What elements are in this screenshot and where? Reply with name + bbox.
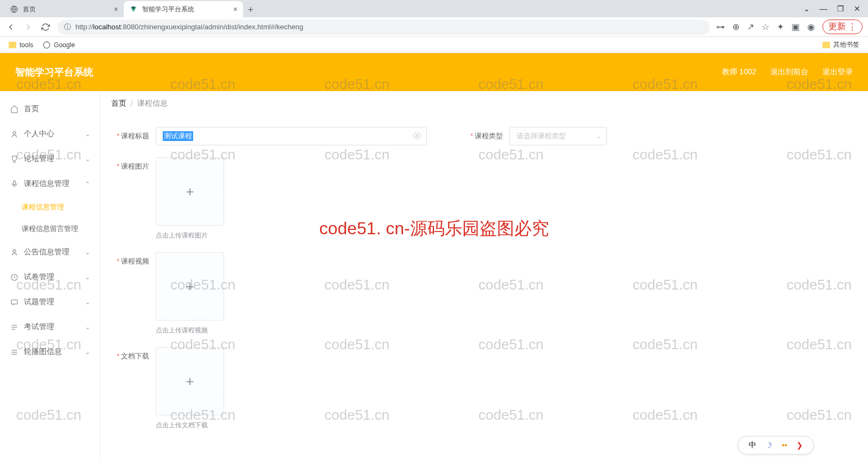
update-button[interactable]: 更新 ⋮: [822, 20, 863, 34]
forward-button[interactable]: [23, 22, 34, 33]
chevron-down-icon: ⌄: [85, 274, 90, 281]
sidebar-item-label: 公告信息管理: [24, 247, 69, 257]
chevron-right-icon[interactable]: ❯: [796, 441, 803, 450]
ime-bar[interactable]: 中 ☽ •• ❯: [738, 436, 814, 454]
moon-icon[interactable]: ☽: [765, 441, 773, 450]
list-icon: [10, 323, 18, 331]
form-label-type: *课程类型: [459, 127, 503, 141]
main-content: 首页 / 课程信息 *课程标题 测试课程 ⓧ *课程类型: [100, 91, 868, 462]
svg-point-1: [44, 42, 50, 48]
sidebar-item-forum[interactable]: 论坛管理 ⌄: [0, 146, 100, 171]
sidebar-item-course-mgmt[interactable]: 课程信息管理 ⌃: [0, 171, 100, 196]
course-video-upload[interactable]: +: [156, 252, 224, 320]
folder-icon: [822, 42, 830, 48]
user-label[interactable]: 教师 1002: [722, 67, 756, 77]
bookmarks-bar: tools Google 其他书签: [0, 37, 868, 53]
breadcrumb-current: 课程信息: [137, 99, 168, 108]
panel-icon[interactable]: ▣: [792, 22, 800, 32]
app-header: 智能学习平台系统 教师 1002 退出到前台 退出登录: [0, 53, 868, 91]
app-title: 智能学习平台系统: [15, 66, 93, 79]
form-label-title: *课程标题: [106, 127, 149, 141]
tab-title: 首页: [23, 5, 36, 14]
new-tab-button[interactable]: +: [243, 2, 258, 17]
svg-point-2: [13, 131, 16, 134]
url-text: http://localhost:8080/zhinengxuexipingta…: [75, 23, 303, 31]
sidebar-item-exam[interactable]: 考试管理 ⌄: [0, 315, 100, 339]
sidebar-item-notice[interactable]: 公告信息管理 ⌄: [0, 240, 100, 265]
close-icon[interactable]: ×: [233, 5, 238, 14]
key-icon[interactable]: ⊶: [716, 22, 725, 32]
form-label-doc: *文档下载: [106, 347, 149, 361]
exit-to-front-button[interactable]: 退出到前台: [770, 67, 808, 77]
bookmark-google[interactable]: Google: [43, 41, 75, 49]
chevron-down-icon[interactable]: ⌄: [803, 4, 810, 13]
sidebar-item-label: 论坛管理: [24, 154, 54, 164]
sidebar-item-course-comment[interactable]: 课程信息留言管理: [0, 218, 100, 240]
sidebar-item-label: 课程信息管理: [24, 179, 69, 189]
course-type-select[interactable]: 请选择课程类型 ⌄: [509, 127, 607, 145]
plus-icon: +: [186, 373, 194, 390]
sidebar-item-carousel[interactable]: 轮播图信息 ⌄: [0, 339, 100, 364]
folder-icon: [9, 42, 16, 48]
list-icon: [10, 348, 18, 356]
form-label-video: *课程视频: [106, 252, 149, 266]
zoom-icon[interactable]: ⊕: [732, 22, 739, 32]
clear-icon[interactable]: ⓧ: [413, 131, 421, 141]
cup-icon: [10, 155, 18, 163]
course-image-upload[interactable]: +: [156, 157, 224, 226]
extensions-icon[interactable]: ✦: [777, 22, 784, 32]
upload-hint: 点击上传课程视频: [156, 326, 224, 335]
breadcrumb: 首页 / 课程信息: [100, 91, 868, 116]
vue-icon: [129, 5, 138, 14]
sidebar-item-label: 试卷管理: [24, 272, 54, 282]
bookmark-tools[interactable]: tools: [9, 41, 33, 49]
dots-icon[interactable]: ••: [782, 441, 787, 450]
minimize-icon[interactable]: —: [820, 4, 827, 13]
home-icon: [10, 105, 18, 113]
sidebar-item-course-info[interactable]: 课程信息管理: [0, 196, 100, 218]
course-doc-upload[interactable]: +: [156, 347, 224, 415]
profile-icon[interactable]: ◉: [807, 22, 815, 32]
chevron-down-icon: ⌄: [85, 249, 90, 256]
breadcrumb-separator: /: [131, 99, 133, 108]
sidebar: 首页 个人中心 ⌄ 论坛管理 ⌄ 课程信息管理 ⌃ 课程信息管理 课程信息留言管…: [0, 91, 100, 462]
reload-button[interactable]: [40, 22, 51, 33]
plus-icon: +: [186, 183, 194, 200]
chevron-down-icon: ⌄: [85, 299, 90, 306]
chevron-down-icon: ⌄: [85, 349, 90, 356]
select-placeholder: 请选择课程类型: [516, 131, 566, 141]
upload-hint: 点击上传文档下载: [156, 421, 224, 430]
sidebar-item-label: 个人中心: [24, 129, 54, 139]
bookmark-other[interactable]: 其他书签: [822, 40, 859, 49]
browser-tabs: 首页 × 智能学习平台系统 × + ⌄ — ❐ ✕: [0, 0, 868, 17]
window-controls: ⌄ — ❐ ✕: [803, 0, 868, 17]
back-button[interactable]: [5, 22, 16, 33]
sidebar-item-personal[interactable]: 个人中心 ⌄: [0, 121, 100, 146]
sidebar-item-label: 首页: [24, 104, 39, 114]
ime-lang[interactable]: 中: [749, 440, 756, 450]
sidebar-item-question[interactable]: 试题管理 ⌄: [0, 290, 100, 315]
form: *课程标题 测试课程 ⓧ *课程类型 请选择课程类型 ⌄: [100, 116, 868, 462]
logout-button[interactable]: 退出登录: [822, 67, 853, 77]
browser-tab-0[interactable]: 首页 ×: [4, 1, 124, 17]
close-icon[interactable]: ×: [114, 5, 118, 14]
maximize-icon[interactable]: ❐: [837, 4, 844, 13]
share-icon[interactable]: ↗: [747, 22, 754, 32]
browser-tab-1[interactable]: 智能学习平台系统 ×: [124, 1, 243, 17]
star-icon[interactable]: ☆: [762, 22, 769, 32]
url-input[interactable]: ⓘ http://localhost:8080/zhinengxuexiping…: [58, 20, 710, 35]
svg-rect-3: [13, 181, 15, 185]
upload-hint: 点击上传课程图片: [156, 231, 224, 240]
tab-title: 智能学习平台系统: [142, 5, 194, 14]
sidebar-item-exam-paper[interactable]: 试卷管理 ⌄: [0, 265, 100, 290]
svg-rect-6: [11, 300, 17, 304]
form-label-image: *课程图片: [106, 157, 149, 171]
course-title-input[interactable]: 测试课程 ⓧ: [156, 127, 427, 145]
breadcrumb-home[interactable]: 首页: [111, 99, 126, 108]
user-icon: [10, 248, 18, 256]
sidebar-item-label: 轮播图信息: [24, 347, 62, 357]
user-icon: [10, 130, 18, 138]
sidebar-item-home[interactable]: 首页: [0, 97, 100, 121]
chevron-down-icon: ⌄: [596, 133, 601, 140]
close-window-icon[interactable]: ✕: [854, 4, 860, 13]
